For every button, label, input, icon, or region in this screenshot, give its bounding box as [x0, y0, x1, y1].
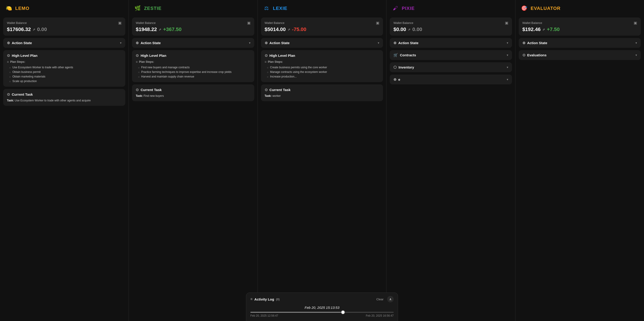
pixie-icon: 🖌: [391, 4, 400, 12]
evaluator-wallet-card: Wallet Balance ▣ $192.46 ⇗ +7.50: [519, 17, 641, 36]
lexie-plan-card: ⊙ High Level Plan ≡ Plan Steps: ○ Create…: [261, 50, 383, 82]
evaluator-evaluations[interactable]: ⊙ Evaluations ▾: [519, 50, 641, 60]
lexie-task-body: Task: worker: [265, 94, 379, 98]
zestie-plan-card: ⊙ High Level Plan ≡ Plan Steps: ○ Find n…: [132, 50, 254, 82]
lemo-wallet-label: Wallet Balance ▣: [7, 21, 122, 25]
zestie-name: ZESTIE: [144, 6, 162, 11]
lexie-name: LEXIE: [273, 6, 288, 11]
pixie-extra-header[interactable]: ⊕ e ▾: [394, 77, 508, 82]
agent-header-zestie: 🌿 ZESTIE: [129, 0, 257, 16]
lemo-wallet-amount: $17606.32 ⇗ 0.00: [7, 26, 122, 32]
activity-log-title: Activity Log: [254, 297, 274, 301]
lexie-step-2: ○ Increase production...: [265, 74, 379, 79]
timeline-date: Feb 20, 2025 15:13:53: [250, 306, 394, 310]
lexie-action-state[interactable]: ⊕ Action State ▾: [261, 38, 383, 48]
pixie-wallet-amount: $0.00 ⇗ 0.00: [394, 26, 508, 32]
lexie-plan-steps-label: ≡ Plan Steps:: [265, 60, 379, 64]
agent-column-lemo: 🍋 LEMO Wallet Balance ▣ $17606.32 ⇗ 0.00: [0, 0, 129, 321]
timeline-end: Feb 20, 2025 16:56:47: [366, 314, 394, 317]
pixie-wallet-label: Wallet Balance ▣: [394, 21, 508, 25]
zestie-action-state-icon: ⊕: [136, 41, 139, 45]
lexie-task-card: ⊙ Current Task Task: worker: [261, 84, 383, 101]
zestie-wallet-card: Wallet Balance ▣ $1948.22 ⇗ +367.50: [132, 17, 254, 36]
lemo-icon: 🍋: [4, 4, 13, 12]
lemo-wallet-delta: 0.00: [37, 26, 47, 32]
evaluator-ext-icon: ⇗: [542, 28, 545, 31]
agent-header-pixie: 🖌 PIXIE: [386, 0, 515, 16]
evaluator-action-state-icon: ⊕: [522, 41, 526, 45]
lexie-plan-title: ⊙ High Level Plan: [265, 53, 379, 58]
evaluator-action-state[interactable]: ⊕ Action State ▾: [519, 38, 641, 48]
zestie-step-2: ○ Harvest and maintain supply chain reve…: [136, 74, 250, 79]
pixie-inventory-header[interactable]: ⬡ Inventory ▾: [394, 65, 508, 69]
pixie-extra[interactable]: ⊕ e ▾: [390, 74, 512, 84]
agent-column-evaluator: 🎯 EVALUATOR Wallet Balance ▣ $192.46 ⇗ +…: [516, 0, 644, 321]
activity-collapse-button[interactable]: ∧: [387, 296, 394, 302]
pixie-inventory[interactable]: ⬡ Inventory ▾: [390, 62, 512, 72]
pixie-inventory-chevron: ▾: [507, 66, 508, 69]
lexie-wallet-icon: ▣: [376, 21, 379, 25]
lexie-wallet-card: Wallet Balance ▣ $5014.00 ⇗ -75.00: [261, 17, 383, 36]
zestie-task-title: ⊙ Current Task: [136, 88, 250, 92]
evaluator-wallet-delta: +7.50: [547, 26, 560, 32]
agent-column-pixie: 🖌 PIXIE Wallet Balance ▣ $0.00 ⇗ 0.00 ⊕: [386, 0, 515, 321]
pixie-name: PIXIE: [402, 6, 414, 11]
zestie-action-state[interactable]: ⊕ Action State ▾: [132, 38, 254, 48]
zestie-ext-icon: ⇗: [159, 28, 161, 31]
timeline-slider-container: Feb 20, 2025 12:56:47 Feb 20, 2025 16:56…: [250, 312, 394, 317]
lexie-ext-icon: ⇗: [288, 28, 290, 31]
pixie-action-state[interactable]: ⊕ Action State ▾: [390, 38, 512, 48]
lemo-steps-icon: ≡: [7, 60, 9, 64]
activity-log-actions: Clear ∧: [374, 296, 394, 302]
pixie-content: Wallet Balance ▣ $0.00 ⇗ 0.00 ⊕ Action S…: [386, 16, 515, 321]
timeline-start: Feb 20, 2025 12:56:47: [250, 314, 278, 317]
lexie-wallet-delta: -75.00: [292, 26, 306, 32]
activity-log-overlay: ≡ Activity Log (0) Clear ∧ Feb 20, 2025 …: [246, 293, 398, 321]
lemo-action-state[interactable]: ⊕ Action State ▾: [3, 38, 125, 48]
agent-column-zestie: 🌿 ZESTIE Wallet Balance ▣ $1948.22 ⇗ +36…: [129, 0, 258, 321]
zestie-action-state-header[interactable]: ⊕ Action State ▾: [136, 41, 250, 45]
evaluator-evaluations-chevron: ▾: [636, 53, 637, 57]
zestie-step-1: ○ Practice farming techniques to improve…: [136, 70, 250, 74]
lemo-action-state-header[interactable]: ⊕ Action State ▾: [7, 41, 122, 45]
lemo-plan-title: ⊙ High Level Plan: [7, 53, 122, 58]
evaluator-icon: 🎯: [520, 4, 528, 12]
pixie-contracts-header[interactable]: 🛒 Contracts ▾: [394, 53, 508, 57]
pixie-action-state-chevron: ▾: [507, 41, 508, 45]
agent-header-evaluator: 🎯 EVALUATOR: [516, 0, 644, 16]
timeline-labels: Feb 20, 2025 12:56:47 Feb 20, 2025 16:56…: [250, 314, 394, 317]
lexie-icon: ⚖: [262, 4, 271, 12]
lexie-action-state-header[interactable]: ⊕ Action State ▾: [265, 41, 379, 45]
evaluator-action-state-header[interactable]: ⊕ Action State ▾: [522, 41, 637, 45]
lemo-task-title: ⊙ Current Task: [7, 92, 122, 97]
app-container: 🍋 LEMO Wallet Balance ▣ $17606.32 ⇗ 0.00: [0, 0, 644, 321]
activity-clear-button[interactable]: Clear: [374, 297, 385, 302]
pixie-action-state-header[interactable]: ⊕ Action State ▾: [394, 41, 508, 45]
lemo-step-3: ○ Scale up production: [7, 79, 122, 83]
zestie-content: Wallet Balance ▣ $1948.22 ⇗ +367.50 ⊕ Ac…: [129, 16, 257, 321]
activity-log-count: (0): [276, 298, 280, 301]
zestie-task-card: ⊙ Current Task Task: Find new buyers: [132, 84, 254, 101]
timeline-slider[interactable]: [250, 312, 394, 313]
pixie-wallet-delta: 0.00: [412, 26, 422, 32]
evaluator-wallet-label: Wallet Balance ▣: [522, 21, 637, 25]
lemo-task-body: Task: Use Ecosystem Worker to trade with…: [7, 98, 122, 103]
lemo-plan-steps-label: ≡ Plan Steps:: [7, 60, 122, 64]
evaluator-evaluations-header[interactable]: ⊙ Evaluations ▾: [522, 53, 637, 57]
zestie-task-icon: ⊙: [136, 88, 139, 92]
lemo-name: LEMO: [15, 6, 30, 11]
activity-log-header: ≡ Activity Log (0) Clear ∧: [250, 296, 394, 302]
lexie-action-state-icon: ⊕: [265, 41, 268, 45]
lemo-plan-icon: ⊙: [7, 53, 10, 58]
pixie-contracts[interactable]: 🛒 Contracts ▾: [390, 50, 512, 60]
zestie-task-body: Task: Find new buyers: [136, 94, 250, 98]
lexie-steps-icon: ≡: [265, 60, 266, 64]
zestie-action-state-chevron: ▾: [249, 41, 250, 45]
lemo-task-card: ⊙ Current Task Task: Use Ecosystem Worke…: [3, 89, 125, 106]
zestie-wallet-delta: +367.50: [163, 26, 182, 32]
lemo-step-0: ○ Use Ecosystem Worker to trade with oth…: [7, 65, 122, 70]
pixie-ext-icon: ⇗: [408, 28, 410, 31]
zestie-wallet-label: Wallet Balance ▣: [136, 21, 250, 25]
zestie-plan-title: ⊙ High Level Plan: [136, 53, 250, 58]
lexie-wallet-amount: $5014.00 ⇗ -75.00: [265, 26, 379, 32]
